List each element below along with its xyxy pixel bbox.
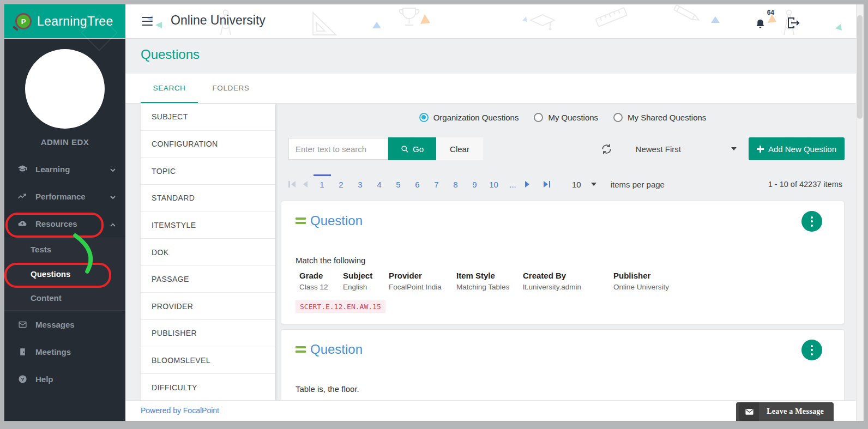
question-circle-icon: ? xyxy=(17,374,27,384)
page-number-5[interactable]: 5 xyxy=(391,180,406,189)
meta-label: Subject xyxy=(343,271,389,280)
add-new-question-button[interactable]: Add New Question xyxy=(749,137,845,160)
filter-item-provider[interactable]: PROVIDER xyxy=(141,293,275,320)
question-title-link[interactable]: Question xyxy=(310,213,363,228)
sidebar-item-questions[interactable]: Questions xyxy=(4,262,125,286)
question-type-icon xyxy=(296,346,306,353)
page-number-8[interactable]: 8 xyxy=(449,180,463,189)
standard-code-tag: SCERT.E.12.EN.AW.15 xyxy=(296,300,385,313)
question-card: Question Match the following GradeClass … xyxy=(281,201,845,324)
notifications-button[interactable]: 64 xyxy=(750,10,772,34)
meta-value: Matching Tables xyxy=(456,283,523,291)
meta-label: Created By xyxy=(523,271,613,280)
more-pages-button[interactable]: ... xyxy=(506,180,520,189)
radio-organization-questions[interactable]: Organization Questions xyxy=(419,113,519,122)
trend-up-icon xyxy=(17,191,27,201)
radio-my-shared-questions[interactable]: My Shared Questions xyxy=(613,113,706,122)
items-per-page-label: items per page xyxy=(611,180,665,189)
vertical-scrollbar[interactable] xyxy=(856,4,864,421)
tabs-bar: SEARCH FOLDERS xyxy=(125,74,857,104)
app-window: P LearningTree Online University 64 ADMI… xyxy=(4,4,864,421)
page-number-7[interactable]: 7 xyxy=(430,180,444,189)
last-page-button[interactable] xyxy=(544,181,551,188)
clear-button[interactable]: Clear xyxy=(436,137,483,160)
page-number-10[interactable]: 10 xyxy=(487,180,501,189)
sidebar-item-label: Help xyxy=(35,374,53,384)
scrollbar-thumb[interactable] xyxy=(857,15,863,119)
meta-label: Grade xyxy=(299,271,343,280)
page-number-1[interactable]: 1 xyxy=(315,180,329,189)
page-number-3[interactable]: 3 xyxy=(353,180,367,189)
page-number-2[interactable]: 2 xyxy=(334,180,348,189)
chevron-down-icon xyxy=(110,165,116,174)
meta-label: Item Style xyxy=(456,271,523,280)
svg-text:?: ? xyxy=(21,376,24,382)
logout-icon xyxy=(787,16,801,29)
next-page-button[interactable] xyxy=(525,181,529,188)
sidebar: ADMIN EDX Learning Performance xyxy=(4,38,125,421)
question-type-icon xyxy=(296,217,306,224)
envelope-icon xyxy=(17,319,27,329)
sidebar-item-content[interactable]: Content xyxy=(4,286,125,310)
sidebar-item-label: Messages xyxy=(35,320,75,329)
question-card: Question Table is, the floor. xyxy=(281,329,845,401)
menu-hamburger-icon[interactable] xyxy=(142,17,153,26)
meta-value: FocalPoint India xyxy=(389,283,456,291)
sidebar-item-performance[interactable]: Performance xyxy=(4,183,125,210)
tab-folders[interactable]: FOLDERS xyxy=(202,74,260,103)
sort-dropdown-value[interactable]: Newest First xyxy=(636,144,681,154)
learningtree-logo-icon: P xyxy=(15,13,32,29)
sidebar-item-learning[interactable]: Learning xyxy=(4,155,125,183)
meta-value: lt.university.admin xyxy=(523,283,613,291)
filter-item-passage[interactable]: PASSAGE xyxy=(141,266,275,293)
filter-item-bloomslevel[interactable]: BLOOMSLEVEL xyxy=(141,347,275,374)
refresh-icon[interactable] xyxy=(600,143,613,155)
sidebar-item-resources[interactable]: Resources xyxy=(4,210,125,237)
page-size-select[interactable]: 10 xyxy=(572,180,596,189)
page-size-caret-icon xyxy=(591,183,596,186)
filter-item-itemstyle[interactable]: ITEMSTYLE xyxy=(141,212,275,239)
sidebar-item-label: Resources xyxy=(35,219,77,228)
user-name: ADMIN EDX xyxy=(4,137,125,147)
question-menu-button[interactable] xyxy=(801,340,822,360)
meta-label: Provider xyxy=(389,271,456,280)
resources-submenu: Tests Questions Content xyxy=(4,237,125,311)
sidebar-item-messages[interactable]: Messages xyxy=(4,311,125,338)
sidebar-item-label: Learning xyxy=(35,165,70,174)
filter-panel: SUBJECT CONFIGURATION TOPIC STANDARD ITE… xyxy=(141,104,275,401)
powered-by-link[interactable]: Powered by FocalPoint xyxy=(141,406,219,415)
go-button[interactable]: Go xyxy=(388,137,436,160)
main-content: Questions SEARCH FOLDERS SUBJECT CONFIGU… xyxy=(125,38,857,421)
question-title-link[interactable]: Question xyxy=(310,342,363,357)
filter-item-publisher[interactable]: PUBLISHER xyxy=(141,320,275,347)
sidebar-item-help[interactable]: ? Help xyxy=(4,365,125,392)
sidebar-item-tests[interactable]: Tests xyxy=(4,237,125,262)
filter-item-subject[interactable]: SUBJECT xyxy=(141,104,275,131)
app-title: Online University xyxy=(171,13,266,28)
search-input[interactable] xyxy=(288,138,388,160)
brand-logo-block[interactable]: P LearningTree xyxy=(4,4,125,38)
sidebar-item-label: Meetings xyxy=(35,347,71,357)
previous-page-button[interactable] xyxy=(303,181,308,188)
sidebar-item-meetings[interactable]: Meetings xyxy=(4,338,125,365)
filter-item-configuration[interactable]: CONFIGURATION xyxy=(141,131,275,158)
sort-dropdown-caret-icon[interactable] xyxy=(731,147,737,150)
items-range-label: 1 - 10 of 42237 items xyxy=(768,180,845,189)
first-page-button[interactable] xyxy=(288,181,296,188)
results-area: Organization Questions My Questions My S… xyxy=(281,104,845,401)
page-number-6[interactable]: 6 xyxy=(411,180,425,189)
question-menu-button[interactable] xyxy=(801,211,822,232)
filter-item-topic[interactable]: TOPIC xyxy=(141,158,275,185)
leave-a-message-button[interactable]: Leave a Message xyxy=(736,402,834,421)
page-number-4[interactable]: 4 xyxy=(372,180,387,189)
page-size-value: 10 xyxy=(572,180,581,189)
sidebar-item-label: Performance xyxy=(35,192,86,201)
logout-button[interactable] xyxy=(787,16,801,29)
tab-search[interactable]: SEARCH xyxy=(141,74,198,103)
radio-my-questions[interactable]: My Questions xyxy=(534,113,598,122)
filter-item-difficulty[interactable]: DIFFICULTY xyxy=(141,374,275,401)
filter-item-standard[interactable]: STANDARD xyxy=(141,185,275,212)
page-number-9[interactable]: 9 xyxy=(468,180,482,189)
meta-label: Publisher xyxy=(613,271,669,280)
filter-item-dok[interactable]: DOK xyxy=(141,239,275,266)
